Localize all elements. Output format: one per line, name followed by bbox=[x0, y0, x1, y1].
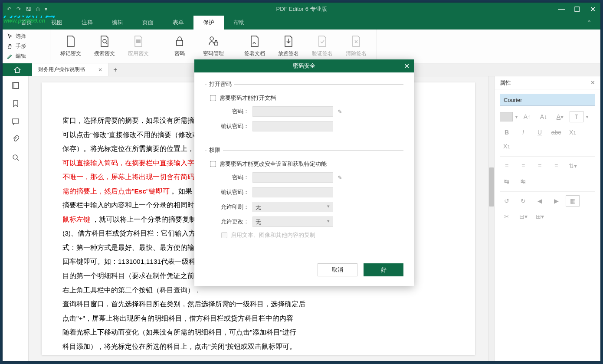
redo-icon[interactable]: ↷ bbox=[16, 6, 21, 12]
scroll-thumb[interactable] bbox=[489, 167, 494, 207]
menu-edit[interactable]: 编辑 bbox=[102, 16, 133, 30]
flip-vertical-icon[interactable]: ▶ bbox=[549, 195, 563, 207]
enable-copy-label: 启用文本、图像和其他内容的复制 bbox=[231, 231, 315, 239]
print-icon[interactable]: ⎙ bbox=[36, 6, 39, 12]
align-left-icon[interactable]: ≡ bbox=[500, 160, 514, 171]
svg-point-8 bbox=[13, 155, 17, 159]
font-selector[interactable]: Courier bbox=[500, 94, 595, 106]
flip-horizontal-icon[interactable]: ◀ bbox=[533, 195, 547, 207]
underline-icon[interactable]: U bbox=[533, 127, 547, 138]
subscript-icon[interactable]: X1 bbox=[500, 141, 514, 152]
comments-icon[interactable] bbox=[12, 118, 20, 125]
properties-title: 属性 bbox=[500, 79, 511, 87]
dialog-title: 密码安全 bbox=[293, 62, 315, 70]
titlebar: ↶ ↷ 🖫 ⎙ ▾ PDF Editor 6 专业版 — ☐ ✕ bbox=[3, 3, 600, 16]
svg-rect-4 bbox=[214, 42, 218, 45]
permission-legend: 权限 bbox=[206, 146, 223, 154]
align-right-icon[interactable]: ≡ bbox=[533, 160, 547, 171]
crop-icon[interactable]: ✂ bbox=[500, 211, 514, 222]
line-spacing-icon[interactable]: ⇅▾ bbox=[566, 160, 580, 171]
place-sign-button[interactable]: 放置签名 bbox=[272, 30, 305, 63]
tab-close-icon[interactable]: ✕ bbox=[98, 67, 102, 73]
strikethrough-icon[interactable]: abc bbox=[549, 127, 563, 138]
italic-icon[interactable]: I bbox=[516, 127, 530, 138]
menu-annotate[interactable]: 注释 bbox=[72, 16, 102, 30]
align-objects-icon[interactable]: ⊟▾ bbox=[516, 211, 530, 222]
minimize-button[interactable]: — bbox=[554, 3, 569, 16]
properties-close-icon[interactable]: ✕ bbox=[590, 79, 595, 86]
require-perm-password-label: 需要密码才能更改安全设置和获取特定功能 bbox=[220, 160, 327, 168]
password-security-dialog: 密码安全 ✕ 打开密码 需要密码才能打开文档 密码： ✎ 确认密码： 权限 bbox=[194, 59, 414, 286]
edit-password-icon[interactable]: ✎ bbox=[338, 108, 342, 115]
place-sign-icon bbox=[282, 35, 295, 47]
menu-protect[interactable]: 保护 bbox=[193, 16, 224, 30]
edit-tool[interactable]: 编辑 bbox=[7, 51, 46, 61]
search-icon[interactable] bbox=[12, 154, 20, 161]
text-color-swatch[interactable] bbox=[500, 112, 513, 121]
thumbnails-icon[interactable] bbox=[12, 82, 20, 89]
dropdown-icon[interactable]: ▾ bbox=[45, 6, 47, 12]
vertical-scrollbar[interactable] bbox=[488, 76, 494, 361]
attachments-icon[interactable] bbox=[12, 135, 19, 143]
align-justify-icon[interactable]: ≡ bbox=[549, 160, 563, 171]
ok-button[interactable]: 好 bbox=[364, 263, 403, 276]
rotate-right-icon[interactable]: ↻ bbox=[516, 195, 530, 207]
font-increase-icon[interactable]: A↑ bbox=[520, 111, 534, 122]
image-icon[interactable]: ▦ bbox=[566, 195, 580, 207]
close-button[interactable]: ✕ bbox=[585, 3, 600, 16]
bookmarks-icon[interactable] bbox=[12, 100, 19, 108]
allow-print-select[interactable]: 无 bbox=[252, 202, 333, 212]
align-center-icon[interactable]: ≡ bbox=[516, 160, 530, 171]
text-box-icon[interactable]: T bbox=[570, 111, 583, 122]
menu-home[interactable]: 首页 bbox=[11, 16, 42, 30]
search-redact-button[interactable]: 搜索密文 bbox=[88, 30, 121, 63]
open-confirm-password-input[interactable] bbox=[252, 121, 333, 131]
document-tab[interactable]: 财务用户操作说明书 ✕ bbox=[32, 63, 109, 76]
underline-style-icon[interactable]: A▾ bbox=[553, 111, 567, 122]
perm-password-input[interactable] bbox=[252, 172, 333, 183]
home-tab[interactable] bbox=[3, 63, 32, 76]
select-tool[interactable]: 选择 bbox=[7, 31, 46, 41]
require-open-password-checkbox[interactable] bbox=[210, 95, 216, 101]
add-tab-button[interactable]: + bbox=[109, 63, 122, 76]
save-icon[interactable]: 🖫 bbox=[26, 6, 31, 12]
menu-help[interactable]: 帮助 bbox=[224, 16, 254, 30]
properties-panel: 属性 ✕ Courier ▾ A↑ A↓ A▾ T▾ B I U abc X1 bbox=[494, 76, 600, 361]
indent-right-icon[interactable]: ↹ bbox=[516, 176, 530, 187]
open-password-input[interactable] bbox=[252, 106, 333, 117]
svg-rect-6 bbox=[14, 82, 19, 89]
maximize-button[interactable]: ☐ bbox=[569, 3, 585, 16]
require-open-password-label: 需要密码才能打开文档 bbox=[220, 94, 276, 102]
sign-doc-button[interactable]: 签署文档 bbox=[238, 30, 272, 63]
rotate-left-icon[interactable]: ↺ bbox=[500, 195, 514, 207]
dialog-close-button[interactable]: ✕ bbox=[399, 59, 414, 72]
mark-redact-button[interactable]: 标记密文 bbox=[54, 30, 88, 63]
verify-sign-button: 验证签名 bbox=[305, 30, 339, 63]
bold-icon[interactable]: B bbox=[500, 127, 514, 138]
collapse-ribbon-icon[interactable]: ⌃ bbox=[587, 19, 592, 26]
perm-confirm-password-input[interactable] bbox=[252, 187, 333, 197]
menu-view[interactable]: 视图 bbox=[42, 16, 72, 30]
lock-icon bbox=[174, 35, 186, 47]
allow-print-label: 允许印刷： bbox=[208, 203, 249, 211]
indent-left-icon[interactable]: ↹ bbox=[500, 176, 514, 187]
password-manage-button[interactable]: 密码管理 bbox=[197, 30, 230, 63]
menu-form[interactable]: 表单 bbox=[163, 16, 193, 30]
cancel-button[interactable]: 取消 bbox=[318, 263, 357, 276]
undo-icon[interactable]: ↶ bbox=[7, 6, 11, 12]
apply-redact-button: 应用密文 bbox=[121, 30, 155, 63]
svg-point-3 bbox=[210, 37, 213, 40]
require-perm-password-checkbox[interactable] bbox=[210, 161, 216, 167]
allow-change-select[interactable]: 无 bbox=[252, 216, 333, 227]
search-doc-icon bbox=[98, 35, 111, 47]
edit-perm-password-icon[interactable]: ✎ bbox=[338, 174, 342, 181]
app-title: PDF Editor 6 专业版 bbox=[276, 5, 327, 13]
apply-doc-icon bbox=[132, 35, 144, 47]
distribute-icon[interactable]: ⊞▾ bbox=[533, 211, 547, 222]
menu-page[interactable]: 页面 bbox=[133, 16, 163, 30]
verify-sign-icon bbox=[316, 35, 328, 47]
hand-tool[interactable]: 手形 bbox=[7, 41, 46, 51]
font-decrease-icon[interactable]: A↓ bbox=[537, 111, 551, 122]
password-button[interactable]: 密码 bbox=[163, 30, 197, 63]
superscript-icon[interactable]: X1 bbox=[566, 127, 580, 138]
